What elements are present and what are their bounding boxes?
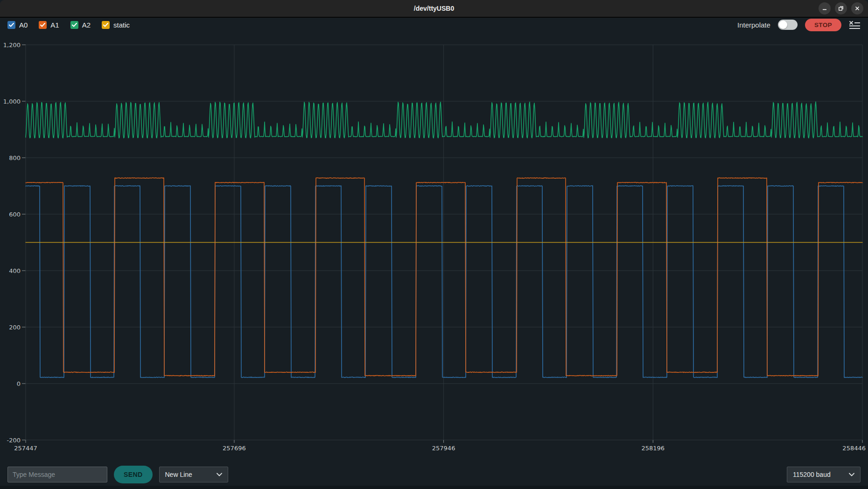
y-axis-label: 0: [17, 380, 21, 387]
baud-rate-select[interactable]: 115200 baud: [787, 467, 861, 482]
message-input[interactable]: [7, 467, 107, 482]
toolbar: A0 A1 A2 static Interpo: [0, 18, 868, 32]
channel-checkbox-static[interactable]: static: [102, 21, 130, 29]
maximize-icon: [838, 6, 844, 11]
title-bar: /dev/ttyUSB0: [0, 0, 868, 18]
line-ending-select[interactable]: New Line: [159, 467, 228, 482]
series-A2: [26, 102, 862, 138]
close-button[interactable]: [851, 2, 863, 14]
y-axis-label: 1,200: [3, 42, 21, 49]
checkbox-checked-icon: [102, 21, 110, 29]
channel-checkbox-a2[interactable]: A2: [70, 21, 91, 29]
channel-label: A1: [50, 21, 59, 29]
plot-canvas[interactable]: -20002004006008001,0001,2002574472576962…: [0, 33, 868, 460]
y-axis-label: 1,000: [3, 98, 21, 105]
y-axis-label: 600: [9, 211, 21, 218]
bottom-bar: SEND New Line 115200 baud: [0, 463, 868, 486]
send-button[interactable]: SEND: [114, 466, 153, 483]
x-axis-label: 257946: [432, 445, 455, 452]
serial-plot[interactable]: -20002004006008001,0001,2002574472576962…: [0, 33, 868, 460]
y-axis-label: 400: [9, 267, 21, 274]
channel-checkbox-a1[interactable]: A1: [39, 21, 59, 29]
x-axis-label: 258446: [842, 445, 866, 452]
toggle-knob: [779, 21, 787, 29]
y-axis-label: 200: [9, 324, 21, 331]
channel-label: A2: [82, 21, 91, 29]
window-controls: [819, 2, 863, 14]
channel-label: static: [113, 21, 130, 29]
app-window: /dev/ttyUSB0: [0, 0, 868, 489]
checkbox-checked-icon: [70, 21, 78, 29]
y-axis-label: 800: [9, 154, 21, 161]
minimize-icon: [822, 6, 827, 11]
minimize-button[interactable]: [819, 2, 831, 14]
chevron-down-icon: [849, 473, 854, 476]
line-ending-value: New Line: [165, 471, 192, 478]
clear-list-menu-icon[interactable]: [849, 21, 861, 29]
x-axis-label: 258196: [641, 445, 665, 452]
series-A1: [26, 178, 862, 376]
interpolate-toggle[interactable]: [778, 20, 798, 30]
series-A0: [26, 186, 862, 377]
y-axis-label: -200: [7, 437, 21, 444]
checkbox-checked-icon: [7, 21, 15, 29]
checkbox-checked-icon: [39, 21, 47, 29]
window-title: /dev/ttyUSB0: [414, 5, 454, 12]
maximize-button[interactable]: [835, 2, 847, 14]
toolbar-right: Interpolate STOP: [737, 19, 861, 31]
channel-label: A0: [19, 21, 28, 29]
x-axis-label: 257447: [14, 445, 37, 452]
baud-rate-value: 115200 baud: [793, 471, 831, 478]
x-axis-label: 257696: [223, 445, 246, 452]
window-bottom-edge: [0, 486, 868, 489]
close-icon: [854, 6, 860, 11]
stop-button[interactable]: STOP: [805, 19, 841, 31]
chevron-down-icon: [217, 473, 222, 476]
interpolate-label: Interpolate: [737, 21, 770, 29]
channel-legend: A0 A1 A2 static: [7, 21, 130, 29]
channel-checkbox-a0[interactable]: A0: [7, 21, 28, 29]
